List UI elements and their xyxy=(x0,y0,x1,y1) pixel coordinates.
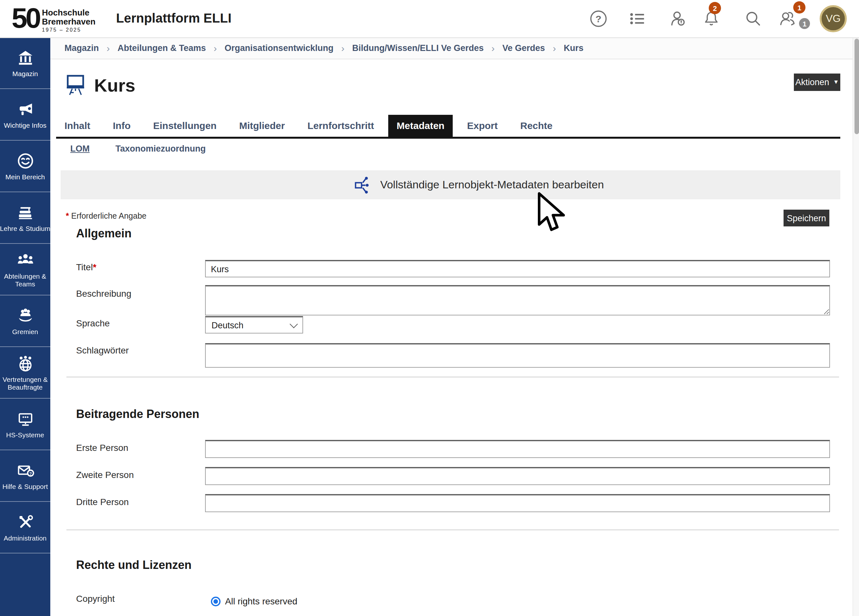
breadcrumb-link[interactable]: Ve Gerdes xyxy=(502,43,545,53)
schlagwoerter-label: Schlagwörter xyxy=(76,345,129,355)
university-logo[interactable]: 50 Hochschule Bremerhaven 1975 – 2025 xyxy=(12,3,95,34)
titel-input[interactable] xyxy=(205,260,830,277)
section-heading-beitragende: Beitragende Personen xyxy=(76,408,199,421)
sidebar-item-label: Hilfe & Support xyxy=(2,482,48,490)
sidebar-item-lehre-studium[interactable]: Lehre & Studium xyxy=(0,192,50,244)
schlagwoerter-input[interactable] xyxy=(205,343,830,367)
sidebar-item-label: Administration xyxy=(3,534,47,541)
copyright-radio-row: All rights reserved xyxy=(211,596,297,606)
sidebar-item-label: Wichtige Infos xyxy=(4,121,47,129)
logo-50-glyph: 50 xyxy=(12,3,39,34)
tab-inhalt[interactable]: Inhalt xyxy=(56,115,99,137)
globe-people-icon xyxy=(16,355,34,372)
avatar[interactable]: VG xyxy=(820,5,847,32)
breadcrumb-separator: › xyxy=(214,42,217,53)
copyright-radio-label: All rights reserved xyxy=(225,596,297,606)
sidebar-item-mein-bereich[interactable]: Mein Bereich xyxy=(0,141,50,192)
tab-rechte[interactable]: Rechte xyxy=(512,115,561,137)
sidebar-item-label: Lehre & Studium xyxy=(0,224,50,232)
mail-help-icon: ? xyxy=(16,461,34,479)
section-heading-rechte: Rechte und Lizenzen xyxy=(76,558,192,572)
sprache-selected-value: Deutsch xyxy=(211,320,244,330)
main-content: Magazin › Abteilungen & Teams › Organisa… xyxy=(50,38,853,616)
section-divider xyxy=(66,377,839,377)
course-board-icon xyxy=(66,74,85,96)
sidebar-item-gremien[interactable]: Gremien xyxy=(0,295,50,347)
beschreibung-textarea[interactable] xyxy=(205,285,830,316)
breadcrumb-separator: › xyxy=(107,42,110,53)
tab-metadaten[interactable]: Metadaten xyxy=(388,115,453,137)
required-asterisk: * xyxy=(66,211,69,220)
copyright-radio-selected[interactable] xyxy=(211,596,220,606)
breadcrumb-link[interactable]: Kurs xyxy=(564,43,584,53)
app-title: Lernplattform ELLI xyxy=(116,11,231,26)
tab-export[interactable]: Export xyxy=(459,115,506,137)
svg-text:?: ? xyxy=(29,471,31,476)
scrollbar-thumb[interactable] xyxy=(854,39,859,134)
main-sidebar: Magazin Wichtige Infos Mein Bereich xyxy=(0,38,50,616)
sidebar-item-label: Vertretungen & Beauftragte xyxy=(3,375,48,391)
actions-button-label: Aktionen xyxy=(795,77,829,87)
sidebar-item-magazin[interactable]: Magazin xyxy=(0,38,50,89)
books-icon xyxy=(16,203,34,221)
breadcrumb-link[interactable]: Bildung/Wissen/ELLI Ve Gerdes xyxy=(352,43,484,53)
sprache-label: Sprache xyxy=(76,318,109,328)
page-title: Kurs xyxy=(94,75,136,96)
sprache-select[interactable]: Deutsch xyxy=(205,316,303,333)
erste-person-input[interactable] xyxy=(205,440,830,458)
help-icon[interactable]: ? xyxy=(589,9,608,28)
sidebar-item-hilfe-support[interactable]: ? Hilfe & Support xyxy=(0,450,50,502)
zweite-person-label: Zweite Person xyxy=(76,470,134,480)
titel-label: Titel* xyxy=(76,262,97,272)
dritte-person-input[interactable] xyxy=(205,494,830,512)
search-icon[interactable] xyxy=(743,9,763,28)
sidebar-item-label: Abteilungen & Teams xyxy=(4,272,47,288)
sidebar-item-administration[interactable]: Administration xyxy=(0,502,50,553)
people-group-icon xyxy=(16,251,34,269)
sidebar-item-label: Magazin xyxy=(12,69,38,77)
sidebar-item-abteilungen-teams[interactable]: Abteilungen & Teams xyxy=(0,244,50,295)
notifications-badge: 2 xyxy=(709,2,721,14)
contacts-badge-secondary: 1 xyxy=(799,18,810,29)
breadcrumb-link[interactable]: Magazin xyxy=(64,43,99,53)
subtab-taxonomiezuordnung[interactable]: Taxonomiezuordnung xyxy=(116,144,206,153)
banner-label: Vollständige Lernobjekt-Metadaten bearbe… xyxy=(380,178,604,191)
subtab-bar: LOM Taxonomiezuordnung xyxy=(70,144,206,153)
tab-mitglieder[interactable]: Mitglieder xyxy=(231,115,294,137)
required-asterisk: * xyxy=(93,262,97,272)
subtab-lom[interactable]: LOM xyxy=(70,144,90,153)
caret-down-icon: ▼ xyxy=(833,79,839,85)
actions-button[interactable]: Aktionen ▼ xyxy=(794,73,840,91)
logo-years: 1975 – 2025 xyxy=(42,27,95,33)
beschreibung-label: Beschreibung xyxy=(76,288,131,299)
tab-einstellungen[interactable]: Einstellungen xyxy=(145,115,225,137)
tab-lernfortschritt[interactable]: Lernfortschritt xyxy=(299,115,383,137)
todo-list-icon[interactable] xyxy=(628,9,648,28)
sidebar-item-wichtige-infos[interactable]: Wichtige Infos xyxy=(0,89,50,141)
committee-icon xyxy=(16,307,34,324)
sidebar-item-hs-systeme[interactable]: HS-Systeme xyxy=(0,399,50,450)
breadcrumb-separator: › xyxy=(553,42,556,53)
section-divider xyxy=(66,530,839,530)
contacts-icon[interactable] xyxy=(778,9,798,28)
top-header: 50 Hochschule Bremerhaven 1975 – 2025 Le… xyxy=(0,0,859,38)
megaphone-icon xyxy=(16,100,34,118)
tab-info[interactable]: Info xyxy=(105,115,139,137)
breadcrumb-link[interactable]: Abteilungen & Teams xyxy=(118,43,206,53)
sidebar-item-label: Mein Bereich xyxy=(5,172,45,180)
user-status-icon[interactable] xyxy=(669,9,688,28)
breadcrumb: Magazin › Abteilungen & Teams › Organisa… xyxy=(50,38,853,59)
breadcrumb-separator: › xyxy=(491,42,495,53)
app-window: 50 Hochschule Bremerhaven 1975 – 2025 Le… xyxy=(0,0,859,616)
metadata-node-icon xyxy=(354,176,372,194)
logo-name-line1: Hochschule xyxy=(42,8,95,17)
save-button[interactable]: Speichern xyxy=(784,210,829,227)
sidebar-item-vertretungen[interactable]: Vertretungen & Beauftragte xyxy=(0,347,50,399)
required-note: * Erforderliche Angabe xyxy=(66,211,147,220)
breadcrumb-link[interactable]: Organisationsentwicklung xyxy=(225,43,334,53)
zweite-person-input[interactable] xyxy=(205,467,830,485)
edit-full-metadata-banner[interactable]: Vollständige Lernobjekt-Metadaten bearbe… xyxy=(61,170,840,199)
svg-text:?: ? xyxy=(595,14,601,24)
chevron-down-icon xyxy=(290,320,298,328)
monitor-icon xyxy=(16,410,34,427)
